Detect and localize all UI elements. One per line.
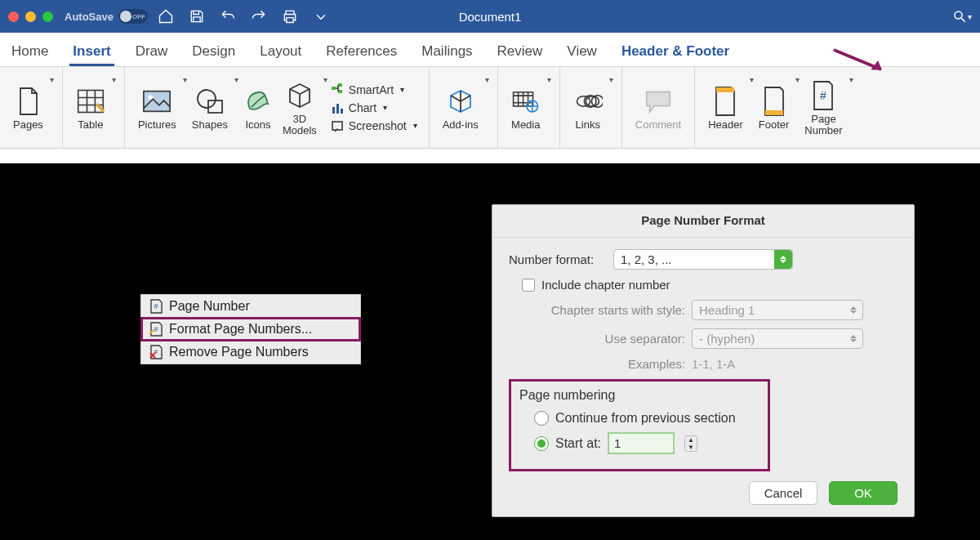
home-icon[interactable]: [156, 7, 176, 26]
links-button[interactable]: Links: [568, 83, 608, 132]
tab-insert[interactable]: Insert: [69, 37, 114, 66]
comment-icon: [644, 85, 673, 118]
number-format-label: Number format:: [509, 252, 607, 266]
print-icon[interactable]: [280, 7, 300, 26]
svg-rect-6: [332, 87, 336, 90]
autosave-label: AutoSave: [65, 11, 114, 23]
svg-text:#: #: [154, 302, 158, 310]
table-button[interactable]: Table: [71, 83, 110, 132]
links-icon: [573, 85, 603, 118]
page-number-context-menu: # Page Number # Format Page Numbers... #…: [140, 294, 361, 364]
qat-customize-icon[interactable]: [311, 7, 331, 26]
redo-icon[interactable]: [249, 7, 269, 26]
icons-icon: [243, 85, 273, 118]
svg-text:#: #: [154, 325, 158, 333]
tab-review[interactable]: Review: [494, 37, 546, 66]
smartart-button[interactable]: SmartArt▾: [331, 83, 417, 97]
svg-point-4: [198, 90, 216, 108]
svg-rect-2: [144, 91, 170, 111]
tab-references[interactable]: References: [323, 37, 400, 66]
tab-home[interactable]: Home: [8, 37, 51, 66]
svg-point-0: [955, 11, 962, 19]
stepper-icon: [844, 329, 862, 348]
screenshot-icon: [331, 118, 345, 133]
number-format-combo[interactable]: 1, 2, 3, ...: [613, 249, 793, 270]
pages-icon: [13, 85, 42, 118]
svg-rect-18: [765, 110, 783, 115]
header-button[interactable]: Header: [703, 83, 748, 132]
pictures-icon: [142, 85, 172, 118]
page-number-icon: #: [148, 298, 164, 315]
menu-item-remove-page-numbers[interactable]: # Remove Page Numbers: [141, 341, 360, 364]
tab-header-footer[interactable]: Header & Footer: [618, 37, 733, 66]
zoom-window-button[interactable]: [42, 11, 53, 22]
svg-rect-9: [332, 107, 335, 114]
autosave-state: OFF: [132, 13, 145, 20]
pictures-button[interactable]: Pictures: [133, 83, 181, 132]
table-icon: [76, 85, 105, 118]
chart-icon: [331, 100, 345, 115]
addins-button[interactable]: Add-ins: [438, 83, 483, 132]
chevron-down-icon[interactable]: ▾: [849, 75, 853, 84]
smartart-icon: [331, 83, 345, 97]
search-icon[interactable]: ▾: [952, 9, 972, 24]
window-controls: [8, 11, 53, 22]
examples-value: 1-1, 1-A: [692, 357, 735, 371]
media-button[interactable]: Media: [506, 83, 546, 132]
addins-icon: [446, 85, 475, 118]
screenshot-button[interactable]: Screenshot▾: [331, 118, 417, 133]
chevron-down-icon[interactable]: ▾: [112, 75, 116, 84]
autosave-toggle[interactable]: AutoSave OFF: [65, 9, 148, 24]
pages-button[interactable]: Pages: [8, 83, 48, 132]
chapter-style-label: Chapter starts with style:: [509, 303, 685, 317]
quick-access-toolbar: [156, 7, 331, 26]
include-chapter-checkbox[interactable]: [522, 279, 535, 292]
tab-layout[interactable]: Layout: [256, 37, 305, 66]
undo-icon[interactable]: [218, 7, 238, 26]
tab-view[interactable]: View: [564, 37, 600, 66]
cube-icon: [285, 79, 314, 112]
stepper-icon: [844, 301, 862, 319]
menu-item-page-number[interactable]: # Page Number: [141, 295, 360, 318]
include-chapter-label: Include chapter number: [541, 278, 670, 292]
footer-button[interactable]: Footer: [754, 83, 795, 132]
ribbon-tabs: Home Insert Draw Design Layout Reference…: [0, 33, 980, 67]
radio-continue-label: Continue from previous section: [555, 411, 736, 426]
start-at-stepper[interactable]: ▲▼: [684, 435, 697, 452]
remove-page-numbers-icon: #: [148, 344, 164, 360]
tab-design[interactable]: Design: [189, 37, 238, 66]
ok-button[interactable]: OK: [829, 481, 898, 505]
start-at-input[interactable]: 1: [608, 432, 675, 454]
radio-continue[interactable]: [534, 411, 549, 426]
autosave-knob: [120, 11, 131, 22]
chapter-style-combo: Heading 1: [692, 300, 863, 320]
header-icon: [710, 85, 740, 118]
radio-start-at[interactable]: [534, 436, 549, 451]
examples-label: Examples:: [509, 357, 685, 371]
save-icon[interactable]: [187, 7, 207, 26]
svg-rect-10: [336, 104, 339, 114]
tab-mailings[interactable]: Mailings: [418, 37, 475, 66]
tab-draw[interactable]: Draw: [132, 37, 172, 66]
page-number-icon: #: [808, 79, 838, 112]
close-window-button[interactable]: [8, 11, 19, 22]
separator-label: Use separator:: [509, 332, 685, 346]
minimize-window-button[interactable]: [25, 11, 36, 22]
menu-item-format-page-numbers[interactable]: # Format Page Numbers...: [141, 318, 360, 341]
stepper-icon: [774, 250, 792, 269]
dialog-title: Page Number Format: [492, 205, 914, 238]
icons-button[interactable]: Icons: [238, 83, 278, 132]
comment-button: Comment: [630, 83, 686, 132]
svg-rect-11: [341, 109, 343, 114]
chevron-down-icon[interactable]: ▾: [547, 75, 551, 84]
chevron-down-icon[interactable]: ▾: [485, 75, 489, 84]
chevron-down-icon[interactable]: ▾: [609, 75, 613, 84]
shapes-button[interactable]: Shapes: [187, 83, 233, 132]
page-number-button[interactable]: # Page Number: [800, 78, 847, 137]
3d-models-button[interactable]: 3D Models: [278, 78, 322, 137]
chart-button[interactable]: Chart▾: [331, 100, 417, 115]
chevron-down-icon[interactable]: ▾: [50, 75, 54, 84]
shapes-icon: [195, 85, 225, 118]
page-number-format-dialog: Page Number Format Number format: 1, 2, …: [492, 204, 915, 517]
cancel-button[interactable]: Cancel: [749, 481, 817, 505]
